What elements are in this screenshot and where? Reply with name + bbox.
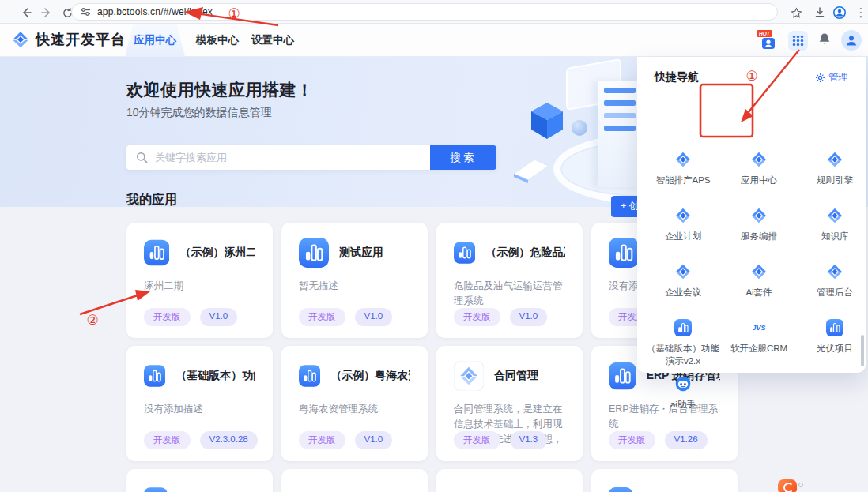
app-card-badges: 开发版 V1.0 [144,308,237,326]
quick-nav-title: 快捷导航 [655,70,699,85]
floating-widget-icon[interactable] [778,479,797,492]
dev-version-badge: 开发版 [144,431,191,449]
browser-back-icon[interactable] [19,6,33,20]
app-card[interactable]: 软开企服CRM [281,469,428,492]
app-card[interactable]: （示例）危险品及油… 危险品及油气运输运营管理系统 开发版 V1.0 [436,223,583,338]
app-card[interactable]: （基础版本）功能演… 没有添加描述 开发版 V2.3.0.28 [126,346,273,461]
bookmark-star-icon[interactable] [789,6,803,20]
version-number-badge: V1.3 [510,431,548,449]
app-card-badges: 开发版 V1.26 [609,431,708,449]
app-card[interactable]: （示例）粤海农资管… 粤海农资管理系统 开发版 V1.0 [281,346,428,461]
app-card-description: 暂无描述 [299,279,410,294]
tab-settings-center[interactable]: 设置中心 [247,24,299,57]
app-card[interactable]: 软开运营系统 [436,469,583,492]
app-icon [299,361,320,391]
illustration-cube [531,103,563,139]
app-card-title: （基础版本）功能演… [175,369,255,383]
app-card[interactable]: 测试应用 暂无描述 开发版 V1.0 [281,223,428,338]
manage-button[interactable]: 管理 [815,71,848,85]
panel-scrollbar[interactable] [861,335,864,366]
quick-nav-item-10[interactable]: 管理后台 [797,257,868,314]
app-icon [144,238,169,268]
quick-nav-item-label: （基础版本）功能演示v2.x [645,343,721,367]
quick-nav-item-label: 软开企服CRM [721,343,797,355]
notification-bell-icon[interactable] [818,32,831,49]
quick-nav-item-label: 光伏项目 [797,343,868,355]
app-icon [454,361,484,391]
quick-nav-item-icon [674,375,692,392]
hero-title: 欢迎使用快速应用搭建！ [126,79,314,101]
quick-nav-item-icon [674,263,692,280]
browser-menu-icon[interactable]: ⋮ [854,6,868,20]
search-button[interactable]: 搜索 [430,145,496,170]
floating-dot-icon[interactable] [798,483,803,487]
quick-nav-item-8[interactable]: 企业会议 [645,257,721,314]
app-card[interactable]: （示例）涿州二期 涿州二期 开发版 V1.0 [126,223,273,338]
quick-nav-item-0[interactable]: 智能排产APS [645,145,721,201]
app-card-badges: 开发版 V1.0 [454,308,547,326]
quick-nav-items: 智能排产APS 应用中心 规则引擎 智能BI 企业计划 服务编排 知识库 物联网… [645,145,859,426]
quick-nav-item-label: 企业计划 [645,231,721,243]
app-card-badges: 开发版 V2.3.0.28 [144,431,258,449]
app-card[interactable]: 低码 逻辑 规则 企业 [591,469,738,492]
quick-nav-item-13[interactable]: 软开企服CRM [721,314,797,370]
apps-grid-icon[interactable] [788,31,808,51]
customer-service-icon[interactable]: HOT [762,32,778,49]
quick-nav-item-icon [826,151,843,168]
quick-nav-item-1[interactable]: 应用中心 [721,145,797,201]
dev-version-badge: 开发版 [144,308,191,326]
address-bar[interactable]: app.bctools.cn/#/wel/index [71,3,778,21]
quick-nav-item-label: 知识库 [797,231,868,243]
app-card-description: 没有添加描述 [144,402,255,417]
version-number-badge: V2.3.0.28 [200,431,258,449]
site-settings-icon[interactable] [80,6,91,17]
quick-nav-item-label: 管理后台 [797,287,868,299]
app-card-title: （示例）危险品及油… [485,246,565,260]
app-icon [609,238,639,268]
browser-forward-icon[interactable] [40,6,54,20]
download-icon[interactable] [813,6,827,20]
quick-nav-item-6[interactable]: 知识库 [797,201,868,257]
version-number-badge: V1.0 [200,308,238,326]
quick-nav-item-2[interactable]: 规则引擎 [797,145,868,201]
platform-logo-icon [11,30,30,49]
quick-nav-item-12[interactable]: （基础版本）功能演示v2.x [645,314,721,370]
version-number-badge: V1.0 [355,308,393,326]
search-bar: 搜索 [126,145,496,170]
app-card-title: 测试应用 [339,246,383,260]
app-card[interactable]: 业务考评（勿修改） [126,469,273,492]
app-card[interactable]: 合同管理 合同管理系统，是建立在信息技术基础上，利用现代企业的先进管理思想，为企… [436,346,583,461]
hot-badge: HOT [757,30,772,37]
app-icon [144,361,165,391]
app-card-title: 合同管理 [494,369,538,383]
app-card-title: （示例）粤海农资管… [330,369,410,383]
browser-profile-icon[interactable] [832,6,847,20]
tab-template-center[interactable]: 模板中心 [191,24,243,57]
brand[interactable]: 快速开发平台 [11,30,126,49]
quick-nav-item-5[interactable]: 服务编排 [721,201,797,257]
quick-nav-item-icon [674,151,692,168]
quick-nav-item-16[interactable]: ai助手 [645,370,721,426]
app-icon [609,484,632,492]
app-icon [454,484,484,492]
url-text[interactable]: app.bctools.cn/#/wel/index [97,6,213,17]
quick-nav-item-icon [750,319,768,336]
version-number-badge: V1.0 [355,431,393,449]
quick-nav-item-4[interactable]: 企业计划 [645,201,721,257]
quick-nav-item-icon [826,207,843,224]
my-apps-heading: 我的应用 [126,192,177,208]
quick-nav-item-14[interactable]: 光伏项目 [797,314,868,370]
dev-version-badge: 开发版 [454,431,500,449]
search-input[interactable] [126,145,430,170]
user-avatar[interactable] [841,30,862,51]
quick-nav-item-label: ai助手 [645,399,721,411]
tab-app-center[interactable]: 应用中心 [125,24,185,57]
dev-version-badge: 开发版 [609,431,655,449]
app-card-description: 涿州二期 [144,279,255,294]
quick-nav-item-icon [750,263,768,280]
quick-nav-item-icon [674,319,692,336]
hero-subtitle: 10分钟完成您的数据信息管理 [126,106,272,120]
quick-nav-item-9[interactable]: Ai套件 [721,257,797,314]
brand-name: 快速开发平台 [36,30,126,49]
quick-nav-item-icon [750,207,768,224]
